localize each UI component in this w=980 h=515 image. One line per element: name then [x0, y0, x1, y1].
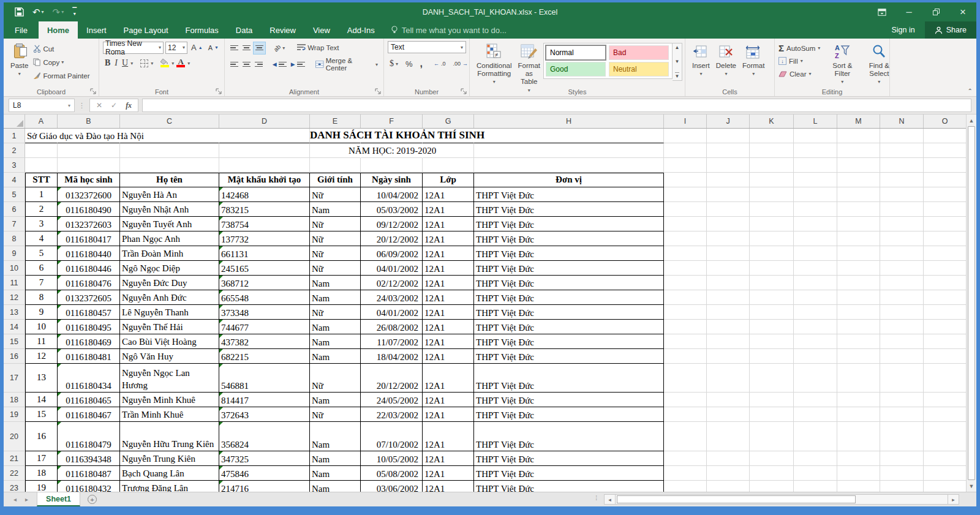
grid-cell[interactable]	[750, 217, 794, 231]
grid-cell[interactable]: Nguyễn Minh Khuê	[120, 393, 219, 407]
grid-cell[interactable]: 12A1	[423, 261, 474, 276]
save-icon[interactable]	[15, 7, 24, 17]
grid-cell[interactable]	[664, 143, 707, 158]
grid-cell[interactable]	[707, 202, 750, 217]
grid-cell[interactable]	[707, 407, 750, 422]
fill-color-button[interactable]	[159, 57, 171, 70]
grid-cell[interactable]	[750, 481, 794, 492]
grid-cell[interactable]	[837, 364, 880, 393]
grid-cell[interactable]	[750, 393, 794, 407]
grid-cell[interactable]: 214716	[219, 481, 310, 492]
scroll-left-icon[interactable]: ◂	[604, 494, 616, 505]
horizontal-scroll-track[interactable]	[616, 494, 948, 505]
column-header-L[interactable]: L	[794, 115, 837, 128]
bottom-align-button[interactable]	[253, 42, 266, 55]
grid-cell[interactable]	[750, 246, 794, 261]
accounting-format-button[interactable]: $▾	[388, 58, 400, 70]
grid-cell[interactable]	[750, 320, 794, 334]
grid-cell[interactable]: 0132372600	[58, 187, 120, 202]
grid-cell[interactable]: 0116180469	[58, 334, 120, 349]
grid-cell[interactable]: 20/12/2002	[361, 231, 423, 246]
tab-home[interactable]: Home	[39, 21, 78, 39]
scroll-up-icon[interactable]: ▲	[967, 115, 976, 126]
fill-button[interactable]: ↓ Fill▾	[778, 55, 820, 67]
row-header-19[interactable]: 19	[4, 407, 25, 422]
conditional-formatting-button[interactable]: ≠ Conditional Formatting▾	[473, 41, 515, 86]
grid-cell[interactable]: 0116180467	[58, 407, 120, 422]
grid-cell[interactable]	[924, 231, 966, 246]
grid-cell[interactable]	[924, 246, 966, 261]
grid-cell[interactable]	[664, 407, 707, 422]
grid-cell[interactable]: 11/07/2002	[361, 334, 423, 349]
column-header-C[interactable]: C	[120, 115, 219, 128]
grid-cell[interactable]: THPT Việt Đức	[474, 305, 664, 320]
grid-cell[interactable]	[707, 129, 750, 143]
grid-cell[interactable]: Nguyễn Ngọc Lan Hương	[120, 364, 219, 393]
row-header-7[interactable]: 7	[4, 217, 25, 231]
sheet-tab-sheet1[interactable]: Sheet1	[37, 492, 80, 506]
row-header-12[interactable]: 12	[4, 290, 25, 305]
grid-cell[interactable]: Nữ	[310, 217, 361, 231]
grid-cell[interactable]	[707, 422, 750, 451]
grid-cell[interactable]: Nam	[310, 481, 361, 492]
increase-indent-button[interactable]: ▶	[289, 58, 307, 71]
grid-cell[interactable]	[880, 173, 924, 187]
grid-cell[interactable]	[707, 246, 750, 261]
select-all-button[interactable]	[4, 115, 25, 128]
grid-cell[interactable]: 07/10/2002	[361, 422, 423, 451]
grid-cell[interactable]	[794, 261, 837, 276]
grid-cell[interactable]: 245165	[219, 261, 310, 276]
grid-cell[interactable]	[880, 422, 924, 451]
tab-insert[interactable]: Insert	[78, 21, 115, 39]
grid-cell[interactable]: 03/06/2002	[361, 481, 423, 492]
grid-cell[interactable]	[58, 143, 120, 158]
row-header-8[interactable]: 8	[4, 231, 25, 246]
grid-cell[interactable]	[310, 143, 361, 158]
top-align-button[interactable]	[228, 42, 240, 55]
font-size-combobox[interactable]: 12▾	[165, 42, 187, 54]
grid-cell[interactable]: 6	[25, 261, 58, 276]
grid-cell[interactable]	[794, 407, 837, 422]
grid-cell[interactable]	[707, 349, 750, 364]
grid-cell[interactable]: 24/05/2002	[361, 393, 423, 407]
scroll-right-icon[interactable]: ▸	[948, 494, 959, 505]
grid-cell[interactable]	[794, 320, 837, 334]
grid-cell[interactable]: Nam	[310, 276, 361, 290]
grid-cell[interactable]: 10/05/2002	[361, 451, 423, 466]
tab-view[interactable]: View	[304, 21, 339, 39]
grid-cell[interactable]: 12A1	[423, 364, 474, 393]
delete-cells-button[interactable]: Delete▾	[713, 41, 739, 78]
grid-cell[interactable]	[837, 334, 880, 349]
grid-cell[interactable]: Nam	[310, 466, 361, 481]
restore-button[interactable]	[922, 2, 949, 21]
grid-cell[interactable]: Cao Bùi Việt Hoàng	[120, 334, 219, 349]
grid-cell[interactable]	[25, 158, 58, 173]
grid-cell[interactable]: 3	[25, 217, 58, 231]
grid-cell[interactable]	[880, 451, 924, 466]
row-header-14[interactable]: 14	[4, 320, 25, 334]
grid-cell[interactable]	[924, 276, 966, 290]
grid-cell[interactable]: THPT Việt Đức	[474, 466, 664, 481]
table-header-cell[interactable]: Ngày sinh	[361, 173, 423, 187]
column-header-H[interactable]: H	[474, 115, 664, 128]
grid-cell[interactable]: 13	[25, 364, 58, 393]
grid-cell[interactable]	[880, 320, 924, 334]
grid-cell[interactable]	[707, 305, 750, 320]
grid-cell[interactable]	[880, 246, 924, 261]
tab-page-layout[interactable]: Page Layout	[115, 21, 177, 39]
grid-cell[interactable]: 665548	[219, 290, 310, 305]
grid-cell[interactable]	[750, 231, 794, 246]
grid-cell[interactable]: 0116180479	[58, 422, 120, 451]
grid-cell[interactable]	[707, 261, 750, 276]
increase-decimal-button[interactable]: ←.0	[432, 58, 448, 70]
grid-cell[interactable]: 5	[25, 246, 58, 261]
grid-cell[interactable]: Nguyễn Hữu Trung Kiên	[120, 422, 219, 451]
grid-cell[interactable]	[837, 320, 880, 334]
grid-cell[interactable]: 437382	[219, 334, 310, 349]
grid-cell[interactable]	[750, 305, 794, 320]
row-header-4[interactable]: 4	[4, 173, 25, 187]
grid-cell[interactable]	[837, 217, 880, 231]
row-header-10[interactable]: 10	[4, 261, 25, 276]
grid-cell[interactable]	[924, 481, 966, 492]
comma-style-button[interactable]: ,	[418, 58, 424, 70]
